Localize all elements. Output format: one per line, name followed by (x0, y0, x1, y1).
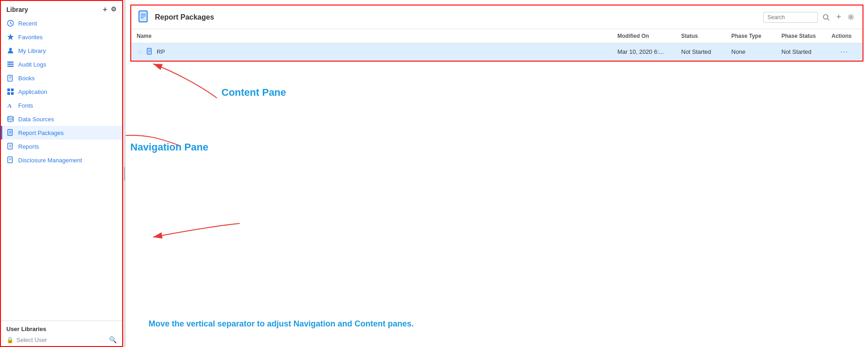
svg-line-34 (827, 19, 829, 21)
database-icon (6, 115, 15, 123)
content-title: Report Packages (155, 13, 214, 21)
row-star-icon[interactable]: ☆ (137, 48, 143, 56)
sidebar-item-data-sources[interactable]: Data Sources (1, 112, 122, 126)
col-header-status: Status (676, 29, 726, 43)
row-actions-menu[interactable]: ··· (840, 47, 848, 56)
sidebar-item-fonts-label: Fonts (18, 102, 33, 109)
sidebar-item-books-label: Books (18, 75, 35, 82)
col-header-actions: Actions (826, 29, 863, 43)
sidebar-item-audit-logs[interactable]: Audit Logs (1, 57, 122, 71)
row-doc-icon (146, 48, 153, 56)
user-icon (6, 47, 15, 55)
table-cell-actions[interactable]: ··· (826, 43, 863, 61)
svg-point-33 (823, 15, 828, 19)
library-section: Library + ⚙ Recent Favorites (1, 1, 122, 321)
sidebar-item-books[interactable]: Books (1, 71, 122, 85)
gear-icon[interactable]: ⚙ (111, 5, 117, 14)
library-title: Library (6, 6, 28, 13)
col-header-phase-status: Phase Status (776, 29, 826, 43)
svg-rect-15 (11, 92, 14, 95)
table-cell-phase-type: None (726, 43, 776, 61)
sidebar-item-my-library-label: My Library (18, 47, 46, 54)
svg-rect-29 (139, 11, 147, 22)
report-packages-header-icon (138, 10, 150, 24)
list-icon (6, 60, 15, 68)
nav-pane-annotation: Navigation Pane (130, 141, 208, 153)
sidebar-item-reports[interactable]: Reports (1, 140, 122, 153)
table-cell-phase-status: Not Started (776, 43, 826, 61)
sidebar-item-audit-logs-label: Audit Logs (18, 61, 46, 68)
svg-point-17 (8, 116, 13, 118)
svg-rect-13 (11, 88, 14, 91)
row-name: RP (157, 48, 165, 55)
sidebar-item-disclosure-management[interactable]: Disclosure Management (1, 153, 122, 167)
search-input[interactable] (763, 12, 818, 23)
search-user-icon[interactable]: 🔍 (109, 336, 117, 343)
svg-rect-12 (7, 88, 10, 91)
sidebar-item-data-sources-label: Data Sources (18, 116, 54, 123)
separator-annotation: Move the vertical separator to adjust Na… (149, 319, 414, 329)
clock-icon (6, 19, 15, 27)
content-pane-annotation: Content Pane (221, 87, 286, 98)
report-packages-icon (6, 129, 15, 137)
name-cell: ☆ RP (137, 48, 606, 56)
svg-marker-3 (7, 34, 14, 40)
col-header-modified: Modified On (612, 29, 676, 43)
sidebar-item-application[interactable]: Application (1, 85, 122, 98)
sidebar-item-application-label: Application (18, 88, 47, 95)
lock-icon: 🔒 (6, 337, 14, 343)
library-header-icons: + ⚙ (103, 5, 117, 14)
arrows-svg (126, 62, 868, 347)
sidebar-item-report-packages[interactable]: Report Packages (1, 126, 122, 140)
user-select-row: 🔒 Select User 🔍 (6, 336, 117, 343)
table-cell-name: ☆ RP (131, 43, 612, 61)
svg-text:A: A (7, 102, 12, 109)
sidebar-item-recent[interactable]: Recent (1, 16, 122, 30)
col-header-phase-type: Phase Type (726, 29, 776, 43)
application-icon (6, 88, 15, 96)
sidebar-item-recent-label: Recent (18, 20, 37, 27)
disclosure-icon (6, 156, 15, 164)
annotation-area: Content Pane Navigation Pane Move the ve… (126, 62, 868, 347)
svg-rect-14 (7, 92, 10, 95)
select-user-label-group: 🔒 Select User (6, 337, 47, 343)
sidebar-item-favorites[interactable]: Favorites (1, 30, 122, 44)
content-header: Report Packages + (131, 5, 863, 29)
svg-rect-5 (7, 62, 14, 63)
svg-line-2 (10, 24, 12, 25)
sidebar: Library + ⚙ Recent Favorites (0, 0, 123, 347)
sidebar-item-reports-label: Reports (18, 143, 39, 150)
svg-point-35 (850, 16, 852, 18)
reports-icon (6, 142, 15, 150)
search-icon-btn[interactable] (821, 13, 832, 22)
sidebar-item-favorites-label: Favorites (18, 34, 42, 41)
table-cell-modified: Mar 10, 2020 6:... (612, 43, 676, 61)
fonts-icon: A (6, 101, 15, 109)
user-libraries-section: User Libraries 🔒 Select User 🔍 (1, 321, 122, 346)
content-header-actions: + (763, 11, 856, 23)
library-header: Library + ⚙ (1, 1, 122, 16)
select-user-label[interactable]: Select User (16, 337, 47, 343)
sidebar-item-disclosure-management-label: Disclosure Management (18, 157, 82, 164)
user-libraries-title: User Libraries (6, 326, 117, 332)
sidebar-item-my-library[interactable]: My Library (1, 44, 122, 57)
table-row[interactable]: ☆ RP Mar 10, 2020 6:... Not Started None… (131, 43, 863, 61)
svg-point-4 (9, 48, 12, 51)
table-cell-status: Not Started (676, 43, 726, 61)
svg-rect-6 (7, 64, 14, 65)
svg-rect-8 (8, 75, 12, 81)
svg-rect-7 (7, 66, 14, 67)
report-packages-table: Name Modified On Status Phase Type Phase… (131, 29, 863, 61)
book-icon (6, 74, 15, 82)
sidebar-item-report-packages-label: Report Packages (18, 129, 64, 136)
settings-content-icon[interactable] (846, 13, 856, 21)
content-wrapper: Report Packages + Name (126, 0, 868, 347)
col-header-name: Name (131, 29, 612, 43)
sidebar-item-fonts[interactable]: A Fonts (1, 98, 122, 112)
star-icon (6, 33, 15, 41)
content-header-left: Report Packages (138, 10, 214, 24)
add-content-icon[interactable]: + (834, 11, 843, 23)
content-pane: Report Packages + Name (130, 5, 863, 62)
add-icon[interactable]: + (103, 5, 107, 14)
